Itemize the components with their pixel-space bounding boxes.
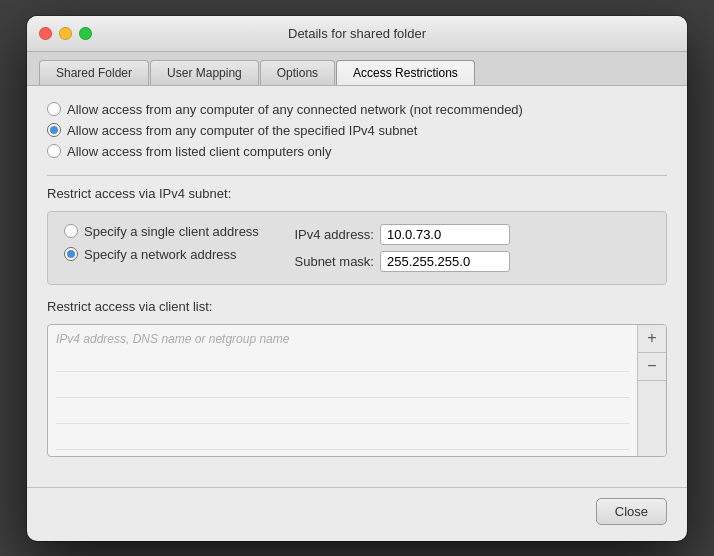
tab-shared-folder[interactable]: Shared Folder [39,60,149,85]
client-list-rows [56,346,629,450]
client-list-placeholder: IPv4 address, DNS name or netgroup name [56,332,289,346]
subnet-mask-row: Subnet mask: [284,251,510,272]
tab-access-restrictions[interactable]: Access Restrictions [336,60,475,85]
close-button[interactable] [39,27,52,40]
list-row [56,424,629,450]
list-row [56,372,629,398]
radio-ipv4-subnet-input[interactable] [47,123,61,137]
footer: Close [27,487,687,541]
radio-network-address-input[interactable] [64,247,78,261]
ipv4-address-label: IPv4 address: [284,227,374,242]
radio-single-client-input[interactable] [64,224,78,238]
divider-1 [47,175,667,176]
subnet-inputs: IPv4 address: Subnet mask: [284,224,510,272]
close-button[interactable]: Close [596,498,667,525]
tab-options[interactable]: Options [260,60,335,85]
list-row [56,398,629,424]
radio-client-list[interactable]: Allow access from listed client computer… [47,144,667,159]
subnet-section: Restrict access via IPv4 subnet: Specify… [47,186,667,285]
access-radio-group: Allow access from any computer of any co… [47,102,667,159]
tabs-bar: Shared Folder User Mapping Options Acces… [27,52,687,86]
client-list-container: IPv4 address, DNS name or netgroup name … [47,324,667,457]
radio-network-address[interactable]: Specify a network address [64,247,264,262]
radio-any-network[interactable]: Allow access from any computer of any co… [47,102,667,117]
subnet-mask-label: Subnet mask: [284,254,374,269]
client-list-area: IPv4 address, DNS name or netgroup name [48,325,637,456]
traffic-lights [39,27,92,40]
subnet-box: Specify a single client address Specify … [47,211,667,285]
subnet-mask-input[interactable] [380,251,510,272]
tab-user-mapping[interactable]: User Mapping [150,60,259,85]
subnet-radios: Specify a single client address Specify … [64,224,264,272]
radio-ipv4-subnet[interactable]: Allow access from any computer of the sp… [47,123,667,138]
list-row [56,346,629,372]
ipv4-address-input[interactable] [380,224,510,245]
subnet-section-label: Restrict access via IPv4 subnet: [47,186,667,201]
radio-single-client[interactable]: Specify a single client address [64,224,264,239]
list-buttons: + − [637,325,666,456]
subnet-layout: Specify a single client address Specify … [64,224,650,272]
add-client-button[interactable]: + [638,325,666,353]
client-list-label: Restrict access via client list: [47,299,667,314]
titlebar: Details for shared folder [27,16,687,52]
window-title: Details for shared folder [288,26,426,41]
minimize-button[interactable] [59,27,72,40]
content-area: Allow access from any computer of any co… [27,86,687,487]
radio-client-list-input[interactable] [47,144,61,158]
radio-any-network-input[interactable] [47,102,61,116]
main-window: Details for shared folder Shared Folder … [27,16,687,541]
client-list-section: Restrict access via client list: IPv4 ad… [47,299,667,457]
ipv4-address-row: IPv4 address: [284,224,510,245]
maximize-button[interactable] [79,27,92,40]
remove-client-button[interactable]: − [638,353,666,381]
